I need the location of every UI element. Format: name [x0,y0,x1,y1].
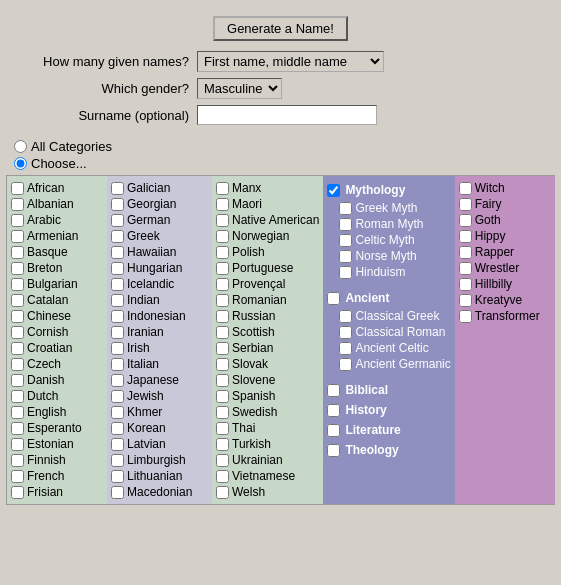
category-label[interactable]: English [27,405,66,419]
section-header-label[interactable]: Ancient [343,289,391,307]
section-header-label[interactable]: Theology [343,441,400,459]
category-label[interactable]: Macedonian [127,485,192,499]
category-checkbox[interactable] [11,390,24,403]
section-checkbox[interactable] [327,424,340,437]
category-label[interactable]: Norwegian [232,229,289,243]
category-label[interactable]: Hinduism [355,265,405,279]
category-checkbox[interactable] [216,278,229,291]
category-checkbox[interactable] [111,406,124,419]
category-label[interactable]: Scottish [232,325,275,339]
category-checkbox[interactable] [11,374,24,387]
category-checkbox[interactable] [11,262,24,275]
category-label[interactable]: Transformer [475,309,540,323]
category-label[interactable]: Ukrainian [232,453,283,467]
generate-button[interactable]: Generate a Name! [213,16,348,41]
category-label[interactable]: Galician [127,181,170,195]
section-header-label[interactable]: Biblical [343,381,390,399]
section-checkbox[interactable] [327,404,340,417]
category-label[interactable]: Hungarian [127,261,182,275]
category-label[interactable]: Classical Roman [355,325,445,339]
category-label[interactable]: Celtic Myth [355,233,414,247]
category-label[interactable]: Irish [127,341,150,355]
category-checkbox[interactable] [111,182,124,195]
category-checkbox[interactable] [111,374,124,387]
category-checkbox[interactable] [339,250,352,263]
category-label[interactable]: Turkish [232,437,271,451]
category-label[interactable]: Arabic [27,213,61,227]
category-label[interactable]: Kreatyvе [475,293,522,307]
section-checkbox[interactable] [327,184,340,197]
category-checkbox[interactable] [111,454,124,467]
category-checkbox[interactable] [339,234,352,247]
category-checkbox[interactable] [11,342,24,355]
category-checkbox[interactable] [216,390,229,403]
category-label[interactable]: Breton [27,261,62,275]
category-label[interactable]: Japanese [127,373,179,387]
category-checkbox[interactable] [459,198,472,211]
all-categories-radio[interactable] [14,140,27,153]
choose-radio-label[interactable]: Choose... [14,156,547,171]
category-checkbox[interactable] [11,198,24,211]
category-checkbox[interactable] [111,470,124,483]
category-label[interactable]: Vietnamese [232,469,295,483]
category-checkbox[interactable] [216,198,229,211]
section-header-label[interactable]: Literature [343,421,402,439]
category-checkbox[interactable] [111,326,124,339]
category-label[interactable]: Ancient Celtic [355,341,428,355]
category-label[interactable]: Chinese [27,309,71,323]
category-label[interactable]: Indian [127,293,160,307]
category-checkbox[interactable] [11,422,24,435]
category-checkbox[interactable] [459,214,472,227]
category-label[interactable]: Catalan [27,293,68,307]
category-label[interactable]: Rapper [475,245,514,259]
category-label[interactable]: Iranian [127,325,164,339]
category-label[interactable]: Italian [127,357,159,371]
category-label[interactable]: Polish [232,245,265,259]
category-checkbox[interactable] [216,310,229,323]
category-checkbox[interactable] [11,486,24,499]
section-checkbox[interactable] [327,384,340,397]
category-checkbox[interactable] [11,326,24,339]
category-label[interactable]: Goth [475,213,501,227]
category-label[interactable]: Jewish [127,389,164,403]
category-checkbox[interactable] [216,470,229,483]
category-label[interactable]: Portuguese [232,261,293,275]
category-checkbox[interactable] [459,294,472,307]
category-checkbox[interactable] [11,310,24,323]
category-label[interactable]: Swedish [232,405,277,419]
category-label[interactable]: Hawaiian [127,245,176,259]
category-checkbox[interactable] [11,246,24,259]
category-checkbox[interactable] [111,438,124,451]
category-label[interactable]: Wrestler [475,261,519,275]
category-checkbox[interactable] [216,326,229,339]
category-label[interactable]: Spanish [232,389,275,403]
category-label[interactable]: Russian [232,309,275,323]
category-label[interactable]: Romanian [232,293,287,307]
category-label[interactable]: Khmer [127,405,162,419]
category-checkbox[interactable] [216,374,229,387]
category-checkbox[interactable] [11,406,24,419]
category-checkbox[interactable] [111,390,124,403]
category-label[interactable]: Roman Myth [355,217,423,231]
category-checkbox[interactable] [339,218,352,231]
category-label[interactable]: German [127,213,170,227]
category-label[interactable]: Icelandic [127,277,174,291]
category-label[interactable]: Limburgish [127,453,186,467]
category-checkbox[interactable] [111,358,124,371]
category-label[interactable]: Croatian [27,341,72,355]
category-checkbox[interactable] [216,262,229,275]
category-label[interactable]: Georgian [127,197,176,211]
category-label[interactable]: Greek Myth [355,201,417,215]
category-checkbox[interactable] [111,310,124,323]
category-checkbox[interactable] [11,182,24,195]
category-label[interactable]: Witch [475,181,505,195]
category-checkbox[interactable] [11,358,24,371]
section-header-label[interactable]: History [343,401,388,419]
category-label[interactable]: Thai [232,421,255,435]
category-checkbox[interactable] [216,358,229,371]
category-checkbox[interactable] [339,342,352,355]
category-label[interactable]: Welsh [232,485,265,499]
category-checkbox[interactable] [459,182,472,195]
category-checkbox[interactable] [11,438,24,451]
category-checkbox[interactable] [216,406,229,419]
